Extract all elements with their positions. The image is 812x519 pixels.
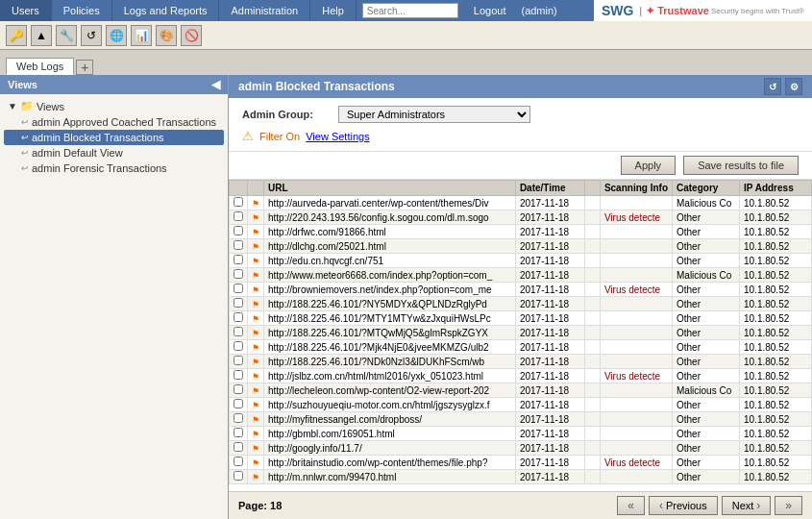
logout-button[interactable]: Logout	[464, 0, 516, 21]
row-checkbox[interactable]	[234, 341, 243, 351]
nav-logs-reports[interactable]: Logs and Reports	[112, 0, 220, 21]
row-checkbox[interactable]	[234, 356, 243, 365]
table-row[interactable]: ⚑ http://jslbz.com.cn/html/html2016/yxk_…	[230, 369, 812, 383]
row-checkbox-cell[interactable]	[230, 297, 248, 311]
table-row[interactable]: ⚑ http://188.225.46.101/?NDk0Nzl3&lDUKhF…	[230, 355, 812, 369]
row-checkbox-cell[interactable]	[230, 441, 248, 456]
toolbar-icon-key[interactable]: 🔑	[6, 25, 27, 46]
row-checkbox-cell[interactable]	[230, 412, 248, 427]
apply-button[interactable]: Apply	[621, 156, 677, 175]
toolbar-icon-wrench[interactable]: 🔧	[56, 25, 77, 46]
sidebar-item-approved[interactable]: ↩ admin Approved Coached Transactions	[4, 114, 224, 130]
sidebar-item-default[interactable]: ↩ admin Default View	[4, 145, 224, 161]
toolbar-icon-block[interactable]: 🚫	[181, 25, 202, 46]
tab-web-logs[interactable]: Web Logs	[6, 58, 74, 75]
tree-root-views[interactable]: ▼ 📁 Views	[4, 98, 224, 114]
row-checkbox[interactable]	[234, 428, 243, 437]
header-icon-settings[interactable]: ⚙	[785, 78, 802, 95]
row-checkbox[interactable]	[234, 413, 243, 423]
row-checkbox-cell[interactable]	[230, 283, 248, 297]
table-row[interactable]: ⚑ http://m.nnlwr.com/99470.html 2017-11-…	[230, 470, 812, 484]
row-checkbox-cell[interactable]	[230, 254, 248, 268]
row-checkbox-cell[interactable]	[230, 470, 248, 484]
row-checkbox[interactable]	[234, 370, 243, 380]
row-checkbox-cell[interactable]	[230, 456, 248, 470]
toolbar-icon-refresh[interactable]: ↺	[81, 25, 102, 46]
table-row[interactable]: ⚑ http://220.243.193.56/config.k.sogou.c…	[230, 210, 812, 225]
search-input[interactable]	[362, 3, 458, 18]
row-checkbox[interactable]	[234, 471, 243, 481]
first-page-button[interactable]: «	[617, 496, 645, 515]
filter-group-select[interactable]: Super Administrators	[338, 106, 530, 123]
row-checkbox[interactable]	[234, 457, 243, 466]
row-checkbox-cell[interactable]	[230, 311, 248, 326]
col-datetime[interactable]: Date/Time	[515, 181, 584, 196]
row-checkbox-cell[interactable]	[230, 427, 248, 441]
row-checkbox-cell[interactable]	[230, 196, 248, 210]
table-row[interactable]: ⚑ http://browniemovers.net/index.php?opt…	[230, 283, 812, 297]
row-checkbox-cell[interactable]	[230, 326, 248, 340]
row-checkbox-cell[interactable]	[230, 340, 248, 355]
row-checkbox-cell[interactable]	[230, 210, 248, 225]
row-checkbox[interactable]	[234, 211, 243, 221]
row-checkbox[interactable]	[234, 269, 243, 279]
sidebar-item-blocked[interactable]: ↩ admin Blocked Transactions	[4, 130, 224, 145]
row-checkbox[interactable]	[234, 226, 243, 235]
col-scanning[interactable]: Scanning Info	[600, 181, 672, 196]
nav-policies[interactable]: Policies	[52, 0, 112, 21]
row-checkbox[interactable]	[234, 298, 243, 308]
table-row[interactable]: ⚑ http://188.225.46.101/?Mjk4NjE0&jveeMK…	[230, 340, 812, 355]
toolbar-icon-up[interactable]: ▲	[31, 25, 52, 46]
col-category[interactable]: Category	[673, 181, 740, 196]
save-results-button[interactable]: Save results to file	[683, 156, 799, 175]
table-row[interactable]: ⚑ http://gbmbl.com/169051.html 2017-11-1…	[230, 427, 812, 441]
table-row[interactable]: ⚑ http://googly.info/11.7/ 2017-11-18 Ot…	[230, 441, 812, 456]
row-checkbox-cell[interactable]	[230, 369, 248, 383]
table-row[interactable]: ⚑ http://aurveda-parvati.center/wp-conte…	[230, 196, 812, 210]
row-checkbox-cell[interactable]	[230, 383, 248, 398]
row-checkbox-cell[interactable]	[230, 225, 248, 239]
row-checkbox[interactable]	[234, 197, 243, 207]
toolbar-icon-chart[interactable]: 📊	[131, 25, 152, 46]
col-url[interactable]: URL	[264, 181, 516, 196]
table-row[interactable]: ⚑ http://dlchg.com/25021.html 2017-11-18…	[230, 239, 812, 254]
last-page-button[interactable]: »	[775, 496, 802, 515]
col-ip[interactable]: IP Address	[740, 181, 812, 196]
table-row[interactable]: ⚑ http://drfwc.com/91866.html 2017-11-18…	[230, 225, 812, 239]
sidebar-collapse-button[interactable]: ◀	[211, 78, 220, 91]
nav-administration[interactable]: Administration	[219, 0, 310, 21]
toolbar-icon-palette[interactable]: 🎨	[156, 25, 177, 46]
row-checkbox-cell[interactable]	[230, 355, 248, 369]
row-checkbox[interactable]	[234, 255, 243, 264]
row-checkbox[interactable]	[234, 327, 243, 336]
table-row[interactable]: ⚑ http://lecheleon.com/wp-content/O2-vie…	[230, 383, 812, 398]
table-row[interactable]: ⚑ http://188.225.46.101/?MTQwMjQ5&glmRsp…	[230, 326, 812, 340]
row-extra	[584, 210, 600, 225]
toolbar-icon-globe[interactable]: 🌐	[106, 25, 127, 46]
row-checkbox-cell[interactable]	[230, 398, 248, 412]
table-row[interactable]: ⚑ http://suzhouyueqiu-motor.com.cn/html/…	[230, 398, 812, 412]
nav-help[interactable]: Help	[310, 0, 357, 21]
row-checkbox[interactable]	[234, 240, 243, 250]
prev-page-button[interactable]: ‹ Previous	[649, 496, 718, 515]
header-icon-refresh[interactable]: ↺	[764, 78, 781, 95]
row-checkbox[interactable]	[234, 399, 243, 408]
next-page-button[interactable]: Next ›	[722, 496, 772, 515]
nav-users[interactable]: Users	[0, 0, 52, 21]
table-row[interactable]: ⚑ http://188.225.46.101/?MTY1MTYw&zJxqui…	[230, 311, 812, 326]
table-row[interactable]: ⚑ http://188.225.46.101/?NY5MDYx&QPLNDzR…	[230, 297, 812, 311]
row-checkbox-cell[interactable]	[230, 239, 248, 254]
table-row[interactable]: ⚑ http://www.meteor6668.com/index.php?op…	[230, 268, 812, 283]
row-category: Other	[673, 427, 740, 441]
row-checkbox[interactable]	[234, 442, 243, 452]
table-row[interactable]: ⚑ http://myfitnessangel.com/dropboss/ 20…	[230, 412, 812, 427]
view-settings-link[interactable]: View Settings	[306, 131, 369, 142]
table-row[interactable]: ⚑ http://britainstudio.com/wp-content/th…	[230, 456, 812, 470]
row-checkbox[interactable]	[234, 284, 243, 293]
row-checkbox[interactable]	[234, 312, 243, 322]
tab-add-button[interactable]: +	[76, 60, 93, 75]
row-checkbox-cell[interactable]	[230, 268, 248, 283]
table-row[interactable]: ⚑ http://edu.cn.hqvcgf.cn/751 2017-11-18…	[230, 254, 812, 268]
sidebar-item-forensic[interactable]: ↩ admin Forensic Transactions	[4, 161, 224, 176]
row-checkbox[interactable]	[234, 384, 243, 394]
